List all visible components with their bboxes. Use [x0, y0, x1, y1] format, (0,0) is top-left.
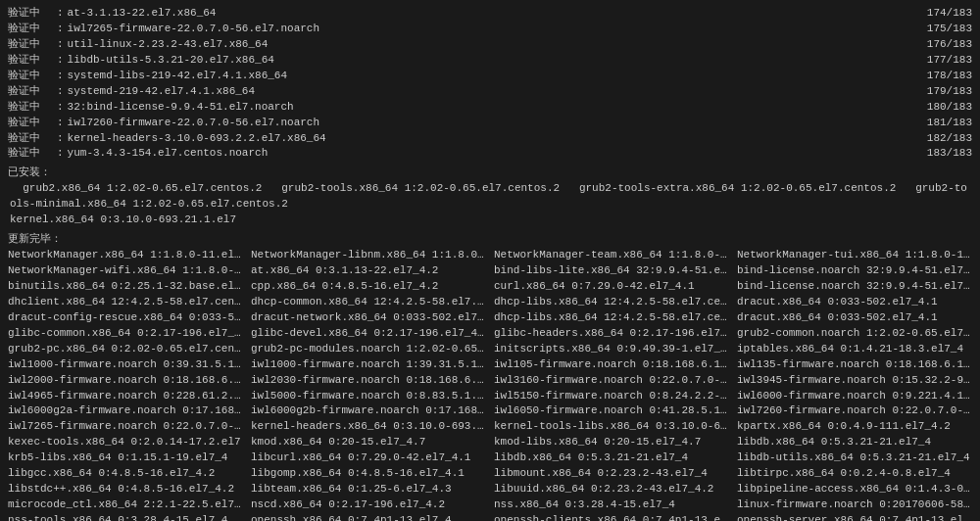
update-item: iwl6000-firmware.noarch 0:9.221.4.1-58.e…: [737, 389, 972, 404]
update-item: libdb.x86_64 0:5.3.21-21.el7_4: [494, 450, 729, 466]
update-item: curl.x86_64 0:7.29.0-42.el7_4.1: [494, 279, 729, 295]
update-item: bind-license.noarch 32:9.9.4-51.el7_4.2: [737, 279, 972, 295]
update-item: kmod.x86_64 0:20-15.el7_4.7: [251, 435, 486, 450]
update-item: nss-tools.x86_64 0:3.28.4-15.el7_4: [8, 513, 243, 521]
verify-line-8: 验证中 : iwl7260-firmware-22.0.7.0-56.el7.n…: [8, 116, 972, 131]
update-item: bind-license.noarch 32:9.9.4-51.el7_4.2: [737, 263, 972, 279]
update-item: kernel-tools-libs.x86_64 0:3.10.0-693.21…: [494, 419, 729, 435]
update-item: iwl5150-firmware.noarch 0:8.24.2.2-58.el…: [494, 389, 729, 404]
update-item: nss.x86_64 0:3.28.4-15.el7_4: [494, 497, 729, 513]
update-item: microcode_ctl.x86_64 2:2.1-22.5.el7_4: [8, 497, 243, 513]
update-item: iwl3945-firmware.noarch 0:15.32.2-9-58.e…: [737, 373, 972, 389]
update-item: at.x86_64 0:3.1.13-22.el7_4.2: [251, 263, 486, 279]
update-item: openssh-clients.x86_64 0:7.4p1-13.el7_4: [494, 513, 729, 521]
already-pkg2: kernel.x86_64 0:3.10.0-693.21.1.el7: [8, 213, 972, 228]
update-item: libteam.x86_64 0:1.25-6.el7_4.3: [251, 482, 486, 497]
update-item: iwl6050-firmware.noarch 0:41.28.5.1-58.e…: [494, 403, 729, 419]
verify-line-5: 验证中 : systemd-libs-219-42.el7.4.1.x86_64…: [8, 69, 972, 84]
update-item: initscripts.x86_64 0:9.49.39-1.el7_4.1: [494, 342, 729, 357]
update-item: iwl4965-firmware.noarch 0:228.61.2.24-58…: [8, 389, 243, 404]
update-item: NetworkManager-libnm.x86_64 1:1.8.0-11.e…: [251, 248, 486, 263]
update-item: dhcp-common.x86_64 12:4.2.5-58.el7.cento…: [251, 295, 486, 310]
update-item: dracut.x86_64 0:033-502.el7_4.1: [737, 295, 972, 310]
update-item: cpp.x86_64 0:4.8.5-16.el7_4.2: [251, 279, 486, 295]
update-item: iwl1000-firmware.noarch 0:39.31.5.1-58.e…: [8, 357, 243, 373]
verify-line-10: 验证中 : yum-3.4.3-154.el7.centos.noarch 18…: [8, 146, 972, 162]
update-item: dracut-network.x86_64 0:033-502.el7_4.1: [251, 310, 486, 326]
verification-lines: 验证中 : at-3.1.13-22.el7.x86_64 174/183 验证…: [8, 6, 972, 162]
update-item: libuuid.x86_64 0:2.23.2-43.el7_4.2: [494, 482, 729, 497]
update-item: libstdc++.x86_64 0:4.8.5-16.el7_4.2: [8, 482, 243, 497]
update-item: kernel-headers.x86_64 0:3.10.0-693.21.1.…: [251, 419, 486, 435]
update-item: dracut.x86_64 0:033-502.el7_4.1: [737, 310, 972, 326]
update-item: kexec-tools.x86_64 0:2.0.14-17.2.el7: [8, 435, 243, 450]
update-item: iwl2030-firmware.noarch 0:18.168.6.1-58.…: [251, 373, 486, 389]
update-item: krb5-libs.x86_64 0:1.15.1-19.el7_4: [8, 450, 243, 466]
update-item: iwl3160-firmware.noarch 0:22.0.7.0-58.el…: [494, 373, 729, 389]
update-item: iwl6000g2a-firmware.noarch 0:17.168.5.3-…: [8, 403, 243, 419]
verify-line-9: 验证中 : kernel-headers-3.10.0-693.2.2.el7.…: [8, 131, 972, 147]
verify-line-1: 验证中 : at-3.1.13-22.el7.x86_64 174/183: [8, 6, 972, 22]
update-item: libmount.x86_64 0:2.23.2-43.el7_4: [494, 466, 729, 482]
update-item: NetworkManager-wifi.x86_64 1:1.8.0-11.el…: [8, 263, 243, 279]
update-item: glibc-headers.x86_64 0:2.17-196.el7_4.2: [494, 326, 729, 342]
update-item: dhcp-libs.x86_64 12:4.2.5-58.el7.centos.…: [494, 295, 729, 310]
update-item: iwl7260-firmware.noarch 0:22.0.7.0-58.el…: [737, 403, 972, 419]
update-label: 更新完毕：: [8, 232, 972, 248]
already-installed-section: 已安装： grub2.x86_64 1:2.02-0.65.el7.centos…: [8, 166, 972, 228]
update-item: iwl7265-firmware.noarch 0:22.0.7.0-58.el…: [8, 419, 243, 435]
update-item: libgcc.x86_64 0:4.8.5-16.el7_4.2: [8, 466, 243, 482]
update-item: dhclient.x86_64 12:4.2.5-58.el7.centos.3: [8, 295, 243, 310]
update-item: dhcp-libs.x86_64 12:4.2.5-58.el7.centos.…: [494, 310, 729, 326]
update-item: nscd.x86_64 0:2.17-196.el7_4.2: [251, 497, 486, 513]
update-item: linux-firmware.noarch 0:20170606-58.gitc…: [737, 497, 972, 513]
update-grid: NetworkManager.x86_64 1:1.8.0-11.el7_4 N…: [8, 248, 972, 521]
update-item: libdb-utils.x86_64 0:5.3.21-21.el7_4: [737, 450, 972, 466]
update-item: libtirpc.x86_64 0:0.2.4-0.8.el7_4: [737, 466, 972, 482]
already-label: 已安装：: [8, 166, 972, 181]
verify-line-2: 验证中 : iwl7265-firmware-22.0.7.0-56.el7.n…: [8, 22, 972, 37]
update-item: kmod-libs.x86_64 0:20-15.el7_4.7: [494, 435, 729, 450]
update-item: openssh.x86_64 0:7.4p1-13.el7_4: [251, 513, 486, 521]
update-item: glibc-common.x86_64 0:2.17-196.el7_4.2: [8, 326, 243, 342]
update-item: iwl1000-firmware.noarch 1:39.31.5.1-58.e…: [251, 357, 486, 373]
update-item: dracut-config-rescue.x86_64 0:033-502.el…: [8, 310, 243, 326]
update-item: glibc-devel.x86_64 0:2.17-196.el7_4.2: [251, 326, 486, 342]
update-item: openssh-server.x86_64 0:7.4p1-13.el7_4: [737, 513, 972, 521]
updated-section: 更新完毕： NetworkManager.x86_64 1:1.8.0-11.e…: [8, 232, 972, 521]
verify-line-6: 验证中 : systemd-219-42.el7.4.1.x86_64 179/…: [8, 84, 972, 100]
update-item: NetworkManager.x86_64 1:1.8.0-11.el7_4: [8, 248, 243, 263]
update-item: NetworkManager-team.x86_64 1:1.8.0-11.el…: [494, 248, 729, 263]
update-item: NetworkManager-tui.x86_64 1:1.8.0-11.el7…: [737, 248, 972, 263]
verify-line-3: 验证中 : util-linux-2.23.2-43.el7.x86_64 17…: [8, 37, 972, 53]
update-item: libgomp.x86_64 0:4.8.5-16.el7_4.1: [251, 466, 486, 482]
update-item: libdb.x86_64 0:5.3.21-21.el7_4: [737, 435, 972, 450]
update-item: bind-libs-lite.x86_64 32:9.9.4-51.el7_4.…: [494, 263, 729, 279]
update-item: iwl105-firmware.noarch 0:18.168.6.1-58.e…: [494, 357, 729, 373]
update-item: grub2-pc.x86_64 0:2.02-0.65.el7.centos.2: [8, 342, 243, 357]
update-item: iwl6000g2b-firmware.noarch 0:17.168.5.2-…: [251, 403, 486, 419]
already-pkgs: grub2.x86_64 1:2.02-0.65.el7.centos.2 gr…: [8, 181, 972, 213]
update-item: iwl135-firmware.noarch 0:18.168.6.1-58.e…: [737, 357, 972, 373]
update-item: kpartx.x86_64 0:0.4.9-111.el7_4.2: [737, 419, 972, 435]
update-item: iwl2000-firmware.noarch 0:18.168.6.1-58.…: [8, 373, 243, 389]
terminal: 验证中 : at-3.1.13-22.el7.x86_64 174/183 验证…: [8, 6, 972, 521]
update-item: grub2-pc-modules.noarch 1:2.02-0.65.el7.…: [251, 342, 486, 357]
update-item: iptables.x86_64 0:1.4.21-18.3.el7_4: [737, 342, 972, 357]
update-item: iwl5000-firmware.noarch 0:8.83.5.1.1-58.…: [251, 389, 486, 404]
update-item: grub2-common.noarch 1:2.02-0.65.el7.cent…: [737, 326, 972, 342]
update-item: libcurl.x86_64 0:7.29.0-42.el7_4.1: [251, 450, 486, 466]
verify-line-4: 验证中 : libdb-utils-5.3.21-20.el7.x86_64 1…: [8, 53, 972, 69]
update-item: libpipeline-access.x86_64 0:1.4.3-0.8.el…: [737, 482, 972, 497]
verify-line-7: 验证中 : 32:bind-license-9.9.4-51.el7.noarc…: [8, 100, 972, 116]
update-item: binutils.x86_64 0:2.25.1-32.base.el7_4.2: [8, 279, 243, 295]
